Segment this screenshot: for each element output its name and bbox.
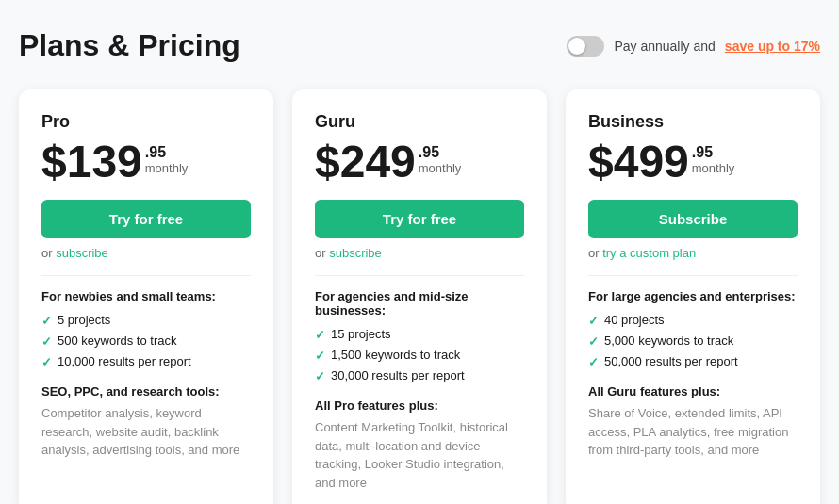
tools-title: SEO, PPC, and research tools: xyxy=(41,384,251,398)
cta-button-guru[interactable]: Try for free xyxy=(315,200,524,238)
price-cents: .95 xyxy=(692,145,735,160)
target-audience: For large agencies and enterprises: xyxy=(588,289,798,303)
plan-card-business: Business $499 .95 monthly Subscribe or t… xyxy=(566,89,820,504)
price-cents-period: .95 monthly xyxy=(145,139,189,177)
price-main: $249 xyxy=(315,139,416,185)
feature-item: ✓ 5 projects xyxy=(41,313,251,328)
tools-title: All Pro features plus: xyxy=(315,398,524,413)
feature-text: 500 keywords to track xyxy=(58,333,176,348)
price-period: monthly xyxy=(145,160,189,177)
plan-name: Guru xyxy=(315,112,524,132)
plan-card-pro: Pro $139 .95 monthly Try for free or sub… xyxy=(19,89,273,504)
feature-text: 5,000 keywords to track xyxy=(604,333,733,348)
feature-item: ✓ 40 projects xyxy=(588,313,798,328)
feature-text: 5 projects xyxy=(58,313,110,327)
tools-description: Share of Voice, extended limits, API acc… xyxy=(588,404,798,460)
price-row: $249 .95 monthly xyxy=(315,139,524,185)
tools-description: Competitor analysis, keyword research, w… xyxy=(41,404,251,460)
page-header: Plans & Pricing Pay annually and save up… xyxy=(19,28,820,63)
secondary-link-pro[interactable]: subscribe xyxy=(56,246,108,260)
save-label: save up to 17% xyxy=(725,39,820,54)
plans-grid: Pro $139 .95 monthly Try for free or sub… xyxy=(19,89,820,504)
price-period: monthly xyxy=(419,160,462,177)
feature-item: ✓ 30,000 results per report xyxy=(315,368,524,383)
price-main: $499 xyxy=(588,139,689,185)
price-row: $139 .95 monthly xyxy=(41,139,251,185)
feature-item: ✓ 500 keywords to track xyxy=(41,333,251,349)
toggle-knob xyxy=(568,38,585,55)
price-cents: .95 xyxy=(419,145,462,160)
feature-list: ✓ 40 projects ✓ 5,000 keywords to track … xyxy=(588,313,798,369)
feature-list: ✓ 15 projects ✓ 1,500 keywords to track … xyxy=(315,327,524,383)
feature-item: ✓ 15 projects xyxy=(315,327,524,342)
feature-text: 40 projects xyxy=(604,313,665,327)
tools-description: Content Marketing Toolkit, historical da… xyxy=(315,418,524,492)
price-row: $499 .95 monthly xyxy=(588,139,798,185)
cta-button-business[interactable]: Subscribe xyxy=(588,200,798,238)
feature-item: ✓ 5,000 keywords to track xyxy=(588,333,798,349)
check-icon: ✓ xyxy=(41,334,52,349)
check-icon: ✓ xyxy=(315,328,325,342)
tools-title: All Guru features plus: xyxy=(588,384,798,398)
page-title: Plans & Pricing xyxy=(19,28,240,63)
target-audience: For agencies and mid-size businesses: xyxy=(315,289,524,317)
price-cents-period: .95 monthly xyxy=(419,139,462,177)
feature-text: 10,000 results per report xyxy=(58,354,191,368)
feature-text: 50,000 results per report xyxy=(604,354,738,368)
plan-card-guru: Guru $249 .95 monthly Try for free or su… xyxy=(292,89,547,504)
feature-text: 1,500 keywords to track xyxy=(331,348,460,362)
check-icon: ✓ xyxy=(588,334,599,349)
feature-list: ✓ 5 projects ✓ 500 keywords to track ✓ 1… xyxy=(41,313,251,369)
check-icon: ✓ xyxy=(315,369,325,383)
target-audience: For newbies and small teams: xyxy=(41,289,251,303)
feature-item: ✓ 10,000 results per report xyxy=(41,354,251,369)
card-divider xyxy=(588,275,798,276)
cta-button-pro[interactable]: Try for free xyxy=(41,200,251,238)
secondary-link-area: or subscribe xyxy=(41,246,251,260)
secondary-link-area: or try a custom plan xyxy=(588,246,798,260)
price-period: monthly xyxy=(692,160,735,177)
check-icon: ✓ xyxy=(588,314,599,328)
feature-text: 15 projects xyxy=(331,327,391,341)
plan-name: Business xyxy=(588,112,798,132)
check-icon: ✓ xyxy=(315,349,325,363)
card-divider xyxy=(41,275,251,276)
billing-toggle[interactable] xyxy=(567,36,604,57)
check-icon: ✓ xyxy=(41,355,52,369)
billing-label: Pay annually and xyxy=(614,39,715,54)
feature-item: ✓ 1,500 keywords to track xyxy=(315,348,524,363)
price-cents-period: .95 monthly xyxy=(692,139,735,177)
secondary-link-business[interactable]: try a custom plan xyxy=(602,246,696,260)
price-cents: .95 xyxy=(145,145,189,160)
feature-text: 30,000 results per report xyxy=(331,368,465,382)
secondary-link-area: or subscribe xyxy=(315,246,524,260)
price-main: $139 xyxy=(41,139,142,185)
billing-toggle-area: Pay annually and save up to 17% xyxy=(567,36,820,57)
plan-name: Pro xyxy=(41,112,251,132)
feature-item: ✓ 50,000 results per report xyxy=(588,354,798,369)
check-icon: ✓ xyxy=(588,355,599,369)
check-icon: ✓ xyxy=(41,314,52,328)
secondary-link-guru[interactable]: subscribe xyxy=(329,246,382,260)
card-divider xyxy=(315,275,524,276)
